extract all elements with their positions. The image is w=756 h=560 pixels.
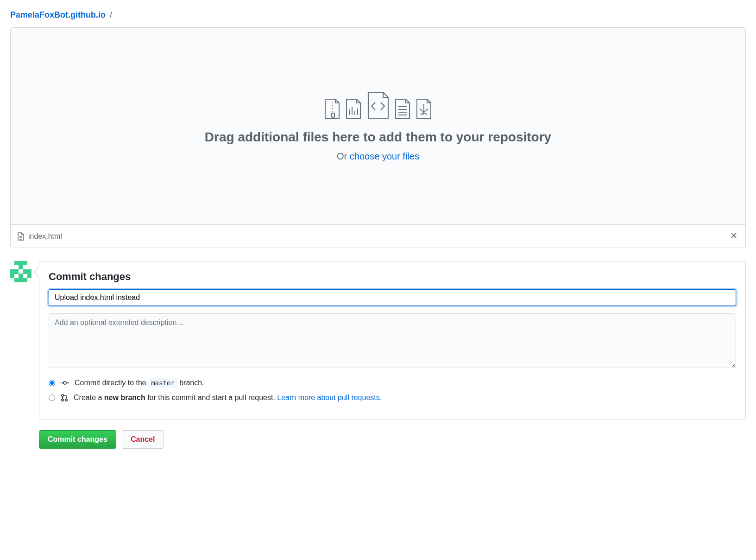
commit-newbranch-label: Create a new branch for this commit and …	[74, 394, 382, 402]
svg-point-0	[63, 382, 66, 384]
commit-description-input[interactable]	[49, 313, 736, 368]
branch-name: master	[148, 378, 177, 388]
close-icon	[731, 232, 737, 239]
upload-panel: Drag additional files here to add them t…	[10, 27, 746, 248]
drop-area[interactable]: Drag additional files here to add them t…	[11, 28, 745, 224]
file-icon	[17, 232, 25, 241]
pdf-file-icon	[416, 98, 432, 120]
commit-direct-radio[interactable]	[49, 380, 55, 386]
svg-point-2	[62, 399, 63, 401]
cancel-button[interactable]: Cancel	[122, 430, 164, 449]
git-pull-request-icon	[61, 394, 68, 402]
learn-more-link[interactable]: Learn more about pull requests.	[277, 394, 382, 401]
drop-subtitle: Or choose your files	[337, 151, 419, 162]
commit-direct-option[interactable]: Commit directly to the master branch.	[49, 379, 736, 387]
text-file-icon	[394, 98, 411, 120]
repo-link[interactable]: PamelaFoxBot.github.io	[10, 10, 106, 19]
remove-file-button[interactable]	[729, 229, 739, 243]
uploaded-file-row: index.html	[11, 224, 745, 248]
chart-file-icon	[345, 98, 362, 120]
zip-file-icon	[324, 98, 340, 120]
avatar	[10, 261, 32, 282]
git-commit-icon	[61, 380, 69, 386]
commit-message-input[interactable]	[49, 289, 736, 306]
commit-panel: Commit changes Commit directly to the ma…	[39, 261, 746, 420]
commit-actions: Commit changes Cancel	[39, 430, 746, 449]
code-file-icon	[366, 91, 390, 120]
breadcrumb: PamelaFoxBot.github.io /	[10, 10, 746, 20]
commit-heading: Commit changes	[49, 271, 736, 283]
svg-point-3	[65, 399, 67, 401]
drop-title: Drag additional files here to add them t…	[205, 130, 551, 145]
file-type-icons	[324, 91, 432, 120]
breadcrumb-separator: /	[110, 10, 112, 19]
commit-direct-label: Commit directly to the master branch.	[75, 379, 204, 387]
uploaded-file-name: index.html	[28, 232, 62, 241]
commit-newbranch-radio[interactable]	[49, 395, 55, 401]
commit-newbranch-option[interactable]: Create a new branch for this commit and …	[49, 394, 736, 402]
choose-files-link[interactable]: choose your files	[350, 151, 419, 161]
svg-point-1	[62, 395, 63, 396]
commit-button[interactable]: Commit changes	[39, 430, 116, 449]
